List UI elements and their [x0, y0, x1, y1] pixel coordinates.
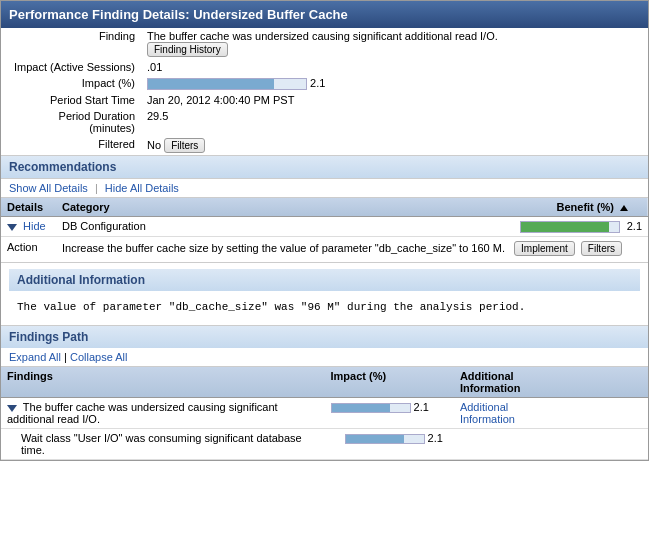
filtered-row: Filtered No Filters — [1, 136, 648, 155]
findings-path-section: Findings Path Expand All | Collapse All … — [1, 325, 648, 460]
hide-link[interactable]: Hide — [23, 220, 46, 232]
fp-col-impact-header: Impact (%) — [325, 367, 454, 398]
fp-row2-impact-cell: 2.1 — [325, 429, 454, 460]
fp-row1-additional-link[interactable]: AdditionalInformation — [460, 401, 515, 425]
benefit-value: 2.1 — [627, 220, 642, 232]
show-all-details-link[interactable]: Show All Details — [9, 182, 88, 194]
separator-pipe: | — [95, 182, 98, 194]
impact-sessions-row: Impact (Active Sessions) .01 — [1, 59, 648, 75]
fp-col-findings-header: Findings — [1, 367, 325, 398]
fp-row1-bar — [331, 403, 411, 413]
findings-path-header: Findings Path — [1, 326, 648, 348]
rec-category-cell: DB Configuration — [56, 217, 302, 237]
action-text: Increase the buffer cache size by settin… — [62, 242, 505, 254]
expand-collapse-bar: Expand All | Collapse All — [1, 348, 648, 367]
finding-label: Finding — [1, 28, 141, 59]
expand-all-link[interactable]: Expand All — [9, 351, 61, 363]
additional-info-content: The value of parameter "db_cache_size" w… — [9, 291, 640, 319]
period-duration-row: Period Duration(minutes) 29.5 — [1, 108, 648, 136]
benefit-bar — [520, 221, 620, 233]
finding-text: The buffer cache was undersized causing … — [147, 30, 642, 42]
fp-row2-bar — [345, 434, 425, 444]
filters-button-2[interactable]: Filters — [581, 241, 622, 256]
info-table: Finding The buffer cache was undersized … — [1, 28, 648, 155]
fp-row2-text-cell: Wait class "User I/O" was consuming sign… — [1, 429, 325, 460]
filtered-value-cell: No Filters — [141, 136, 648, 155]
impact-pct-label: Impact (%) — [1, 75, 141, 92]
period-start-value: Jan 20, 2012 4:00:40 PM PST — [141, 92, 648, 108]
period-duration-value: 29.5 — [141, 108, 648, 136]
findings-table: Findings Impact (%) AdditionalInformatio… — [1, 367, 648, 460]
rec-table-data-row: Hide DB Configuration 2.1 — [1, 217, 648, 237]
fp-row1-additional-cell: AdditionalInformation — [454, 398, 648, 429]
show-hide-bar: Show All Details | Hide All Details — [1, 178, 648, 198]
rec-table-header-row: Details Category Benefit (%) — [1, 198, 648, 217]
action-content-cell: Increase the buffer cache size by settin… — [56, 237, 648, 263]
fp-triangle-down-icon — [7, 405, 17, 412]
rec-table: Details Category Benefit (%) Hide DB Con… — [1, 198, 648, 263]
additional-info-section: Additional Information The value of para… — [1, 263, 648, 325]
fp-row1: The buffer cache was undersized causing … — [1, 398, 648, 429]
sort-arrow-icon — [620, 205, 628, 211]
fp-col-additional-header: AdditionalInformation — [454, 367, 648, 398]
col-details-header: Details — [1, 198, 56, 217]
fp-row1-text-cell: The buffer cache was undersized causing … — [1, 398, 325, 429]
fp-row2-additional-cell — [454, 429, 648, 460]
filtered-label: Filtered — [1, 136, 141, 155]
period-start-label: Period Start Time — [1, 92, 141, 108]
fp-row1-text: The buffer cache was undersized causing … — [7, 401, 278, 425]
impact-pct-bar — [147, 78, 307, 90]
fp-row1-impact-cell: 2.1 — [325, 398, 454, 429]
rec-hide-cell: Hide — [1, 217, 56, 237]
collapse-all-link[interactable]: Collapse All — [70, 351, 127, 363]
rec-benefit-cell: 2.1 — [302, 217, 648, 237]
additional-info-header: Additional Information — [9, 269, 640, 291]
fp-row2-impact-value: 2.1 — [428, 432, 443, 444]
impact-sessions-label: Impact (Active Sessions) — [1, 59, 141, 75]
rec-action-row: Action Increase the buffer cache size by… — [1, 237, 648, 263]
fp-row2-text: Wait class "User I/O" was consuming sign… — [21, 432, 302, 456]
page-header: Performance Finding Details: Undersized … — [1, 1, 648, 28]
impact-pct-row: Impact (%) 2.1 — [1, 75, 648, 92]
finding-history-button[interactable]: Finding History — [147, 42, 228, 57]
impact-sessions-value: .01 — [141, 59, 648, 75]
additional-info-text: The value of parameter "db_cache_size" w… — [17, 301, 632, 313]
fp-row2-bar-fill — [346, 435, 405, 443]
findings-table-header-row: Findings Impact (%) AdditionalInformatio… — [1, 367, 648, 398]
period-start-row: Period Start Time Jan 20, 2012 4:00:40 P… — [1, 92, 648, 108]
impact-pct-bar-fill — [148, 79, 274, 89]
separator-pipe-2: | — [64, 351, 67, 363]
page-container: Performance Finding Details: Undersized … — [0, 0, 649, 461]
hide-all-details-link[interactable]: Hide All Details — [105, 182, 179, 194]
impact-pct-number: 2.1 — [310, 77, 325, 89]
finding-value-cell: The buffer cache was undersized causing … — [141, 28, 648, 59]
period-duration-label: Period Duration(minutes) — [1, 108, 141, 136]
recommendations-section: Recommendations Show All Details | Hide … — [1, 155, 648, 263]
col-benefit-header: Benefit (%) — [302, 198, 648, 217]
triangle-down-icon — [7, 224, 17, 231]
finding-row: Finding The buffer cache was undersized … — [1, 28, 648, 59]
col-category-header: Category — [56, 198, 302, 217]
recommendations-header: Recommendations — [1, 156, 648, 178]
implement-button[interactable]: Implement — [514, 241, 575, 256]
filtered-value: No — [147, 139, 161, 151]
impact-pct-value-cell: 2.1 — [141, 75, 648, 92]
benefit-bar-fill — [521, 222, 609, 232]
filters-button[interactable]: Filters — [164, 138, 205, 153]
fp-row2: Wait class "User I/O" was consuming sign… — [1, 429, 648, 460]
page-title: Performance Finding Details: Undersized … — [9, 7, 348, 22]
action-label: Action — [1, 237, 56, 263]
fp-row1-bar-fill — [332, 404, 391, 412]
fp-row1-impact-value: 2.1 — [414, 401, 429, 413]
